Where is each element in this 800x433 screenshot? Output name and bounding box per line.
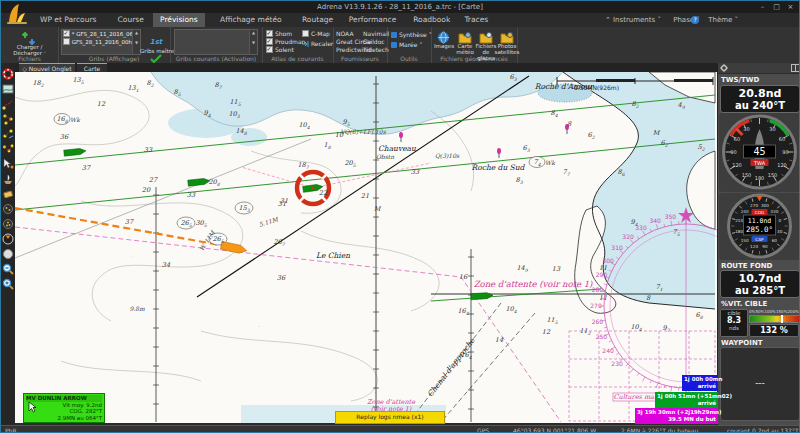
provider-noaa[interactable]: NOAA [336,30,353,37]
tab-performance[interactable]: Performance [342,13,404,27]
tool-compass-tool-icon[interactable] [2,230,14,242]
chart-letter: D [131,256,132,257]
cog-badge: COG [755,210,764,215]
mouse-cursor-icon [28,401,38,413]
tab-traces[interactable]: Traces [457,13,495,27]
ais-distance: 2.9MN au 064°T [26,415,102,422]
gribs-courants-list[interactable]: ▲▼ [174,29,258,55]
scale-label: 0.50MN(926m) [574,84,619,91]
close-button[interactable]: × [784,2,797,12]
depth-sounding: 12 [542,328,551,336]
tool-route-flags-icon[interactable] [2,140,14,152]
tool-synthse[interactable]: Synthèse ˅ [391,31,432,38]
tool-mob-lifebuoy-icon[interactable] [2,65,14,77]
depth-sounding: 104 [630,323,641,332]
gribs-list-scrollbar[interactable]: ▲▼ [132,30,140,54]
check-proudman[interactable]: Proudman [266,38,305,45]
svg-text:90: 90 [762,244,768,249]
menu-thème[interactable]: Thème ˅ [708,13,738,27]
checkbox-checked-icon[interactable] [266,38,273,45]
svg-text:60: 60 [772,238,778,243]
tab-course[interactable]: Course [111,13,151,27]
depth-sounding: 149 [516,264,528,273]
tab-roadbook[interactable]: Roadbook [406,13,457,27]
provider-saildoc[interactable]: Saildoc [363,38,385,45]
title-bar: Adrena V13.9.1.26 - 28_11_2016_a.trc - [… [1,1,799,13]
gauge-tick-label: 150% [776,309,787,314]
replay-logs-badge[interactable]: Replay logs nmea (x1) [335,411,445,424]
checkbox-checked-icon[interactable] [63,30,70,37]
checkbox-checked-icon[interactable] [266,46,273,53]
svg-text:0: 0 [778,218,781,223]
svg-text:60: 60 [779,136,785,142]
gribs-courants-scrollbar[interactable]: ▲▼ [249,30,257,54]
checkbox-icon[interactable] [63,38,70,45]
svg-text:120: 120 [777,162,787,168]
minimize-button[interactable]: – [756,2,769,12]
tool-zoom-in-icon[interactable] [2,275,14,287]
tool-meter-b-icon[interactable] [2,215,14,227]
chart-area[interactable]: 1821351311282858711594103148168363733272… [15,72,717,423]
instruments-caret-icon[interactable]: ⌃ [605,13,611,27]
chart-label: Wk [70,116,81,123]
gauge-tick-label: 50% [755,309,764,314]
svg-text:90: 90 [782,149,788,155]
svg-text:180: 180 [755,175,765,181]
layout-icon[interactable] [791,64,800,72]
gauge-tick-label: 200% [788,309,799,314]
provider-tidetech[interactable]: Tidetech [363,46,389,53]
check-c-map[interactable]: C-Map [302,30,330,37]
maximize-button[interactable]: □ [770,2,783,12]
tool-zoom-out-icon[interactable] [2,260,14,272]
provider-navimail[interactable]: Navimail [363,30,389,37]
wind-angle-dial[interactable]: 30306060909012012015015018045TWA [719,113,800,192]
tool-pan-icon[interactable] [2,245,14,257]
help-icon[interactable]: ? [691,16,699,24]
nautical-chart[interactable]: 1821351311282858711594103148168363733272… [15,72,717,423]
tool-meter-a-icon[interactable] [2,200,14,212]
tool-boat-icon[interactable] [2,170,14,182]
gear-icon[interactable] [720,64,728,72]
recaler-button[interactable]: Recaler [302,40,333,47]
route-fond-label: ROUTE FOND [721,262,772,270]
tab-wp-et-parcours[interactable]: WP et Parcours [33,13,103,27]
tws-twd-display[interactable]: 20.8nd au 240°T [720,85,800,113]
tab-routage[interactable]: Routage [295,13,340,27]
ais-boat-green-3 [471,292,493,300]
compass-dial[interactable]: 0306090120150180210240270300330COG11.0nd… [719,193,800,260]
depth-sounding: 305 [195,219,207,228]
tab-affichage-m-t-o[interactable]: Affichage météo [213,13,289,27]
menu-instruments[interactable]: Instruments ˅ [613,13,661,27]
checkbox-icon[interactable] [302,30,309,37]
depth-sounding: 131 [127,84,138,93]
svg-text:120: 120 [750,244,758,249]
chart-label: Wk [545,159,556,166]
waypoint-display[interactable]: --- [720,347,800,421]
chart-letter: O [375,392,376,394]
routing-line: arrivé [657,400,716,407]
beacon-symbols [399,124,569,158]
gauge-tick-label: 0% [749,309,755,314]
depth-sounding: 84 [550,109,557,118]
tab-pr-visions[interactable]: Prévisions [153,13,205,27]
grib-item[interactable]: GFS_28_11_2016_00h.grib2 [62,38,140,46]
tool-mare[interactable]: Marée ˅ [391,41,422,48]
svg-text:150: 150 [741,238,749,243]
checkbox-checked-icon[interactable] [266,30,273,37]
tool-eraser-icon[interactable] [2,185,14,197]
tool-chart-icon[interactable] [2,80,14,92]
tool-route-icon[interactable] [2,95,14,107]
grib-item[interactable]: * GFS_28_11_2016_06h.grib2 [62,30,140,38]
gribs-list[interactable]: ▲▼ * GFS_28_11_2016_06h.grib2 GFS_28_11_… [61,29,141,55]
chart-letter: A [205,295,206,296]
tool-cursor-route-icon[interactable] [2,155,14,167]
route-fond-display[interactable]: 10.7nd au 285°T [720,270,800,298]
chart-label: Obstn [376,153,394,160]
rose-degree-label: 320 [622,233,634,240]
tool-route-edit-icon[interactable] [2,125,14,137]
check-solent[interactable]: Solent [266,46,294,53]
status-user: PhR [5,427,17,433]
tool-waypoints-icon[interactable] [2,110,14,122]
check-shom[interactable]: Shom [266,30,292,37]
svg-text:240: 240 [741,209,749,214]
